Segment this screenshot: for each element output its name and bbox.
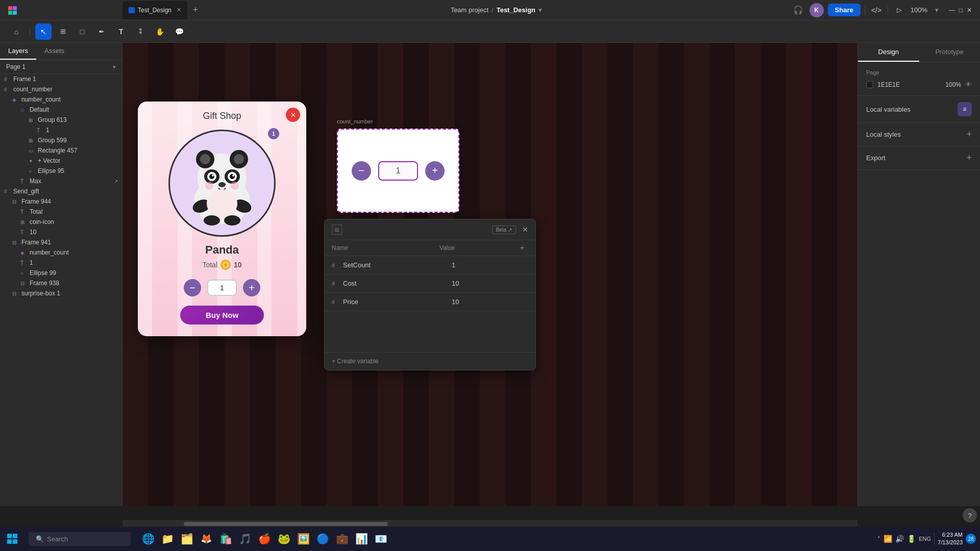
- export-add-icon[interactable]: +: [966, 153, 972, 163]
- share-button[interactable]: Share: [828, 4, 861, 16]
- qty-minus-btn[interactable]: −: [184, 279, 201, 296]
- hand-tool-btn[interactable]: ✋: [152, 23, 168, 40]
- taskbar-icon-office[interactable]: 📊: [352, 530, 371, 548]
- battery-icon[interactable]: 🔋: [907, 535, 916, 543]
- layer-item[interactable]: ⊟ surprise-box 1: [0, 288, 122, 298]
- taskbar-icon-files[interactable]: 🗂️: [178, 530, 196, 548]
- taskbar-icon-teams[interactable]: 💼: [333, 530, 351, 548]
- layer-item[interactable]: T Total: [0, 207, 122, 217]
- taskbar-icon-notes[interactable]: 🐸: [275, 530, 293, 548]
- notification-badge[interactable]: 28: [966, 534, 976, 544]
- home-tool-btn[interactable]: ⌂: [8, 23, 24, 40]
- headphone-icon[interactable]: 🎧: [791, 3, 805, 17]
- count-plus-btn[interactable]: +: [425, 161, 445, 181]
- layer-item[interactable]: # count_number: [0, 84, 122, 94]
- layer-item[interactable]: T 1: [0, 125, 122, 135]
- layer-item[interactable]: ⊟ Frame 944: [0, 196, 122, 207]
- col-add-icon[interactable]: +: [516, 243, 528, 253]
- svg-rect-3: [13, 11, 17, 15]
- breadcrumb-chevron-icon[interactable]: ▾: [538, 6, 542, 14]
- layer-item[interactable]: # Send_gift: [0, 186, 122, 196]
- tab-close-icon[interactable]: ✕: [177, 7, 181, 13]
- variable-row-setcount[interactable]: # SetCount 1: [325, 256, 535, 274]
- layer-item[interactable]: T 10: [0, 227, 122, 237]
- total-label: Total: [202, 261, 217, 269]
- qty-input[interactable]: [207, 280, 237, 296]
- start-button[interactable]: [0, 527, 24, 551]
- help-btn[interactable]: ?: [963, 508, 977, 522]
- vars-panel-layout-icon[interactable]: ⊟: [332, 224, 342, 235]
- play-icon[interactable]: ▷: [892, 3, 906, 17]
- tab-layers[interactable]: Layers: [0, 43, 36, 60]
- comment-tool-btn[interactable]: 💬: [171, 23, 187, 40]
- tab-prototype[interactable]: Prototype: [919, 43, 981, 62]
- component-tool-btn[interactable]: ⁑: [132, 23, 149, 40]
- layer-item[interactable]: ▭ Rectangle 457: [0, 145, 122, 156]
- taskbar-search-bar[interactable]: 🔍 Search: [29, 532, 131, 546]
- active-tab[interactable]: Test_Design ✕: [122, 1, 187, 19]
- pen-tool-btn[interactable]: ✒: [93, 23, 110, 40]
- layer-item[interactable]: ◈ number_count: [0, 94, 122, 105]
- count-minus-btn[interactable]: −: [352, 161, 371, 181]
- page-eye-icon[interactable]: 👁: [965, 81, 972, 88]
- tab-design[interactable]: Design: [858, 43, 919, 62]
- layer-item[interactable]: ⊞ Group 599: [0, 135, 122, 145]
- layer-label: Frame 938: [30, 280, 59, 287]
- taskbar-icon-edge[interactable]: 🌐: [139, 530, 157, 548]
- taskbar-icon-photos[interactable]: 🖼️: [294, 530, 312, 548]
- window-minimize-icon[interactable]: ―: [949, 7, 955, 14]
- vars-panel-close-btn[interactable]: ✕: [522, 226, 528, 234]
- svg-point-19: [205, 182, 213, 190]
- layer-item[interactable]: ⊞ coin-icon: [0, 217, 122, 227]
- create-variable-btn[interactable]: + Create variable: [332, 358, 528, 365]
- zoom-level[interactable]: 100%: [911, 6, 931, 14]
- local-styles-add-icon[interactable]: +: [966, 129, 972, 140]
- taskbar-icon-chrome[interactable]: 🔵: [313, 530, 332, 548]
- code-view-icon[interactable]: </>: [869, 3, 884, 17]
- variable-row-cost[interactable]: # Cost 10: [325, 274, 535, 293]
- zoom-chevron-icon[interactable]: ▾: [935, 6, 939, 14]
- window-maximize-icon[interactable]: □: [959, 7, 963, 14]
- taskbar-icon-music[interactable]: 🎵: [236, 530, 254, 548]
- select-tool-btn[interactable]: ↖: [35, 23, 52, 40]
- window-close-icon[interactable]: ✕: [967, 7, 972, 14]
- page-color-swatch[interactable]: [866, 81, 873, 88]
- layer-item[interactable]: # Frame 1: [0, 74, 122, 84]
- taskbar-icon-explorer[interactable]: 📁: [158, 530, 177, 548]
- layer-item[interactable]: ◈ number_count: [0, 247, 122, 258]
- layer-item[interactable]: ⊟ Frame 941: [0, 237, 122, 247]
- layer-item[interactable]: ⊞ Group 613: [0, 115, 122, 125]
- variable-row-price[interactable]: # Price 10: [325, 293, 535, 311]
- user-avatar[interactable]: K: [810, 3, 824, 17]
- taskbar-icon-fruit[interactable]: 🍎: [255, 530, 274, 548]
- system-tray-chevron-icon[interactable]: ˄: [877, 536, 880, 542]
- new-tab-btn[interactable]: +: [189, 4, 202, 16]
- frame-tool-btn[interactable]: ⊞: [55, 23, 71, 40]
- layer-item[interactable]: T Max ↗: [0, 176, 122, 186]
- sound-icon[interactable]: 🔊: [895, 535, 904, 543]
- count-value-input[interactable]: [378, 161, 418, 181]
- clock-display[interactable]: 6:23 AM 7/13/2023: [938, 531, 963, 547]
- shape-tool-btn[interactable]: □: [74, 23, 90, 40]
- figma-home-icon[interactable]: [4, 2, 20, 18]
- layer-item[interactable]: T 1: [0, 258, 122, 268]
- layer-item[interactable]: ✦ + Vector: [0, 156, 122, 166]
- network-icon[interactable]: 📶: [884, 535, 892, 543]
- layer-item[interactable]: ⊟ Frame 938: [0, 278, 122, 288]
- page-label[interactable]: Page 1: [6, 63, 26, 70]
- text-tool-btn[interactable]: T: [113, 23, 129, 40]
- taskbar-icon-store[interactable]: 🛍️: [216, 530, 235, 548]
- breadcrumb-file[interactable]: Test_Design: [497, 6, 535, 14]
- buy-now-btn[interactable]: Buy Now: [180, 306, 264, 324]
- layer-item[interactable]: ○ Ellipse 99: [0, 268, 122, 278]
- taskbar-icon-outlook[interactable]: 📧: [372, 530, 390, 548]
- qty-plus-btn[interactable]: +: [243, 279, 260, 296]
- local-variables-btn[interactable]: ≡: [958, 102, 972, 116]
- layer-item[interactable]: ◇ Default: [0, 105, 122, 115]
- page-chevron-icon[interactable]: ▾: [113, 64, 116, 70]
- layer-item[interactable]: ○ Ellipse 95: [0, 166, 122, 176]
- gift-card-close-btn[interactable]: ✕: [286, 108, 300, 122]
- taskbar-icon-browser[interactable]: 🦊: [197, 530, 215, 548]
- frame-icon: #: [4, 77, 11, 82]
- tab-assets[interactable]: Assets: [36, 43, 72, 60]
